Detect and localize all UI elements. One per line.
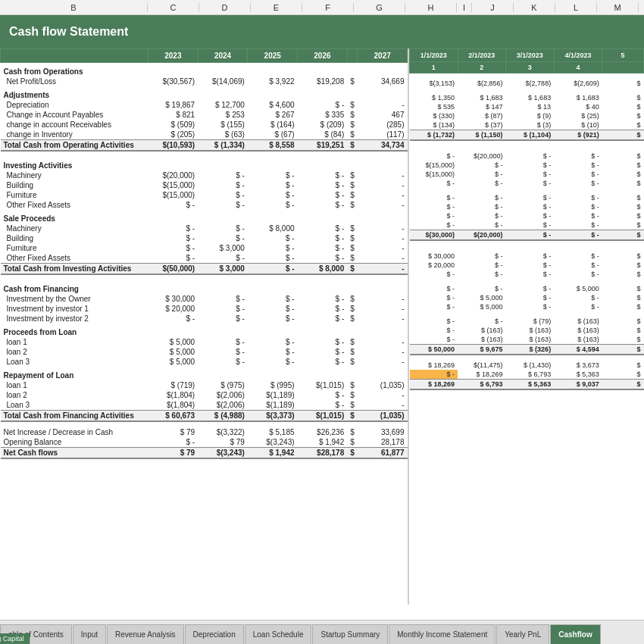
col-k: K xyxy=(514,3,555,12)
loan1-label: loan 1 xyxy=(1,337,148,347)
r-inv: $ (134) $ (37) $ (3) $ (10) $ xyxy=(410,120,644,130)
r-own-1: $ 30,000 xyxy=(410,252,458,261)
net-profit-dollar: $ xyxy=(347,77,358,86)
depreciation-2026: $ - xyxy=(298,100,348,110)
operations-section-header: Cash from Operations xyxy=(1,63,408,77)
r3-2025: $(1,189) xyxy=(248,400,298,411)
repay-title: Repayment of Loan xyxy=(1,367,148,380)
r-l3-4: $ - xyxy=(554,302,602,311)
furn-2025: $ - xyxy=(248,190,298,200)
r-fs-1: $ - xyxy=(410,211,458,220)
r-spacer1 xyxy=(410,140,644,146)
tab-input[interactable]: Input xyxy=(73,624,106,644)
right-sub-header: 1 2 3 4 xyxy=(410,62,644,73)
tab-startup-summary[interactable]: Startup Summary xyxy=(312,624,388,644)
r-l1-1: $ - xyxy=(410,284,458,293)
left-table: 2023 2024 2025 2026 2027 Cash from Opera… xyxy=(0,48,409,605)
total-operating-row: Total Cash from Operating Activities $(1… xyxy=(1,140,408,152)
r-l2-4: $ - xyxy=(554,293,602,302)
inv1-2024: $ - xyxy=(198,304,248,314)
r-ni-2: $(11,475) xyxy=(458,361,506,370)
depreciation-2027: - xyxy=(358,100,408,110)
r-tf-5: $ xyxy=(602,345,644,355)
r-b-1: $(15,000) xyxy=(410,161,458,170)
owner-2025: $ - xyxy=(248,294,298,304)
r-oi-3: $ - xyxy=(506,179,555,188)
repay-spacer xyxy=(148,367,408,380)
l3-2023: $ 5,000 xyxy=(148,357,199,367)
r-nc-5: $ xyxy=(602,380,644,390)
r-pay-3: $ 13 xyxy=(506,102,555,111)
r-ti-5: $ xyxy=(602,230,644,241)
r-adj-sp xyxy=(410,88,644,93)
payables-2023: $ 821 xyxy=(148,110,199,120)
rsh-5 xyxy=(602,62,644,73)
r-ob-2: $ 18,269 xyxy=(458,370,506,380)
total-financing-row: Total Cash from Financing Activities $ 6… xyxy=(1,411,408,422)
l1-dollar: $ xyxy=(347,337,358,347)
ob-dollar: $ xyxy=(347,437,358,448)
r2-2026: $ - xyxy=(298,390,348,400)
right-table: 1/1/2023 2/1/2023 3/1/2023 4/1/2023 5 1 … xyxy=(409,48,644,605)
tab-monthly-income[interactable]: Monthly Income Statement xyxy=(389,624,496,644)
r-rp2-2: $ (163) xyxy=(458,326,506,335)
spacer1 xyxy=(1,151,408,157)
r1-2026: $(1,015) xyxy=(298,380,348,390)
r-l1-2: $ - xyxy=(458,284,506,293)
r-ob-3: $ 6,793 xyxy=(506,370,555,380)
bldg-2025: $ - xyxy=(248,180,298,190)
r-top-1: $ (1,732) xyxy=(410,130,458,141)
net-profit-2026: $19,208 xyxy=(298,77,348,86)
r-fs-3: $ - xyxy=(506,211,555,220)
r-dp-1: $ 1,350 xyxy=(410,93,458,102)
spacer-header xyxy=(347,49,358,63)
tfin-dollar: $ xyxy=(347,411,358,422)
other-sale-label: Other Fixed Assets xyxy=(1,253,148,264)
r-nc-3: $ 5,363 xyxy=(506,380,555,390)
r-b-3: $ - xyxy=(506,161,555,170)
total-investing-row: Total Cash from Investing Activities $(5… xyxy=(1,264,408,275)
r-net-inc: $ 18,269 $(11,475) $ (1,430) $ 3,673 $ xyxy=(410,361,644,370)
tab-depreciation[interactable]: Depreciation xyxy=(185,624,244,644)
os-2024: $ - xyxy=(198,253,248,264)
total-inv-2027: - xyxy=(358,264,408,275)
r-tf-2: $ 9,675 xyxy=(458,345,506,355)
mach-2024: $ - xyxy=(198,170,248,180)
other-fixed-label: Other Fixed Assets xyxy=(1,200,148,210)
tab-yearly-pnl[interactable]: Yearly PnL xyxy=(496,624,549,644)
tab-loan-schedule[interactable]: Loan Schedule xyxy=(245,624,312,644)
r-inv2: $ - $ - $ - $ - $ xyxy=(410,270,644,279)
investor2-label: Investment by investor 2 xyxy=(1,314,148,324)
r-net-profit: $(3,153) $(2,856) $(2,788) $(2,609) $ xyxy=(410,79,644,88)
depreciation-row: Depreciation $ 19,867 $ 12,700 $ 4,600 $… xyxy=(1,100,408,110)
r-pay-1: $ 535 xyxy=(410,102,458,111)
investor1-row: Investment by investor 1 $ 20,000 $ - $ … xyxy=(1,304,408,314)
r3-2023: $(1,804) xyxy=(148,400,199,411)
rsh-3: 3 xyxy=(506,62,555,73)
payables-2025: $ 267 xyxy=(248,110,298,120)
bs-2023: $ - xyxy=(148,233,199,243)
net-profit-label: Net Profit/Loss xyxy=(1,77,148,86)
r-inv-header xyxy=(410,146,644,152)
nc-2026: $28,178 xyxy=(298,448,348,459)
r-total-ops: $ (1,732) $ (1,150) $ (1,104) $ (921) $ xyxy=(410,130,644,141)
adj-spacer xyxy=(148,86,408,100)
r-os-5: $ xyxy=(602,220,644,230)
furniture-row: Furniture $(15,000) $ - $ - $ - $ - xyxy=(1,190,408,200)
r-l3-1: $ - xyxy=(410,302,458,311)
depreciation-label: Depreciation xyxy=(1,100,148,110)
r-rp1-2: $ - xyxy=(458,317,506,326)
nc-2023: $ 79 xyxy=(148,448,199,459)
tinv-dollar: $ xyxy=(347,264,358,275)
tab-revenue-analysis[interactable]: Revenue Analysis xyxy=(107,624,184,644)
r-l2-5: $ xyxy=(602,293,644,302)
loan2-row: loan 2 $ 5,000 $ - $ - $ - $ - xyxy=(1,347,408,357)
tab-cashflow[interactable]: Cashflow xyxy=(550,624,600,644)
r-b-4: $ - xyxy=(554,161,602,170)
r-nc-4: $ 9,037 xyxy=(554,380,602,390)
r-l2-3: $ - xyxy=(506,293,555,302)
own-dollar: $ xyxy=(347,294,358,304)
r-f-4: $ - xyxy=(554,170,602,179)
r-pay-5: $ xyxy=(602,102,644,111)
r-loans-sp xyxy=(410,279,644,284)
